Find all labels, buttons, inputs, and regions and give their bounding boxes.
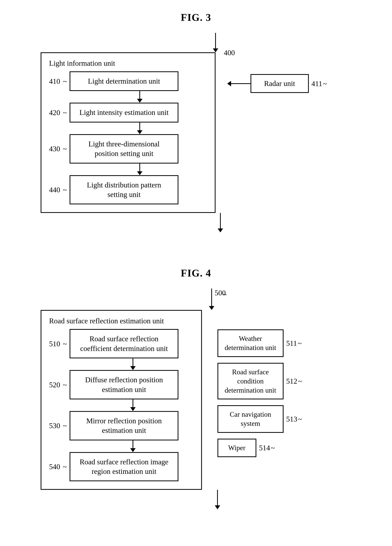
ref-440: 440 [49,186,60,194]
fig3-diagram: Light information unit 410 ~ Light deter… [41,33,352,232]
fig4-outer-box: Road surface reflection estimation unit … [41,310,202,490]
radar-box: Radar unit [251,74,309,93]
ref-514: 514 [259,443,270,452]
arrow-head-2 [137,130,142,134]
box-530: Mirror reflection position estimation un… [70,411,178,440]
ref-530: 530 [49,421,60,430]
fig4-title-container: FIG. 4 [16,267,376,279]
bottom-arrow-shaft-fig4 [217,490,218,505]
fig4-title: FIG. 4 [181,267,211,279]
arrow-shaft-4 [133,358,133,366]
box-440: Light distribution pattern setting unit [70,175,178,205]
ref-511: 511 [286,339,297,347]
ref-512: 512 [286,377,297,385]
fig3-title-container: FIG. 3 [16,12,376,23]
ref-400: 400 [224,48,235,57]
ref-520: 520 [49,381,60,389]
bottom-arrow-head-fig4 [215,505,220,509]
arrow-shaft-2 [139,123,140,130]
arrow-shaft-6 [133,440,133,448]
fig4-diagram: 500 ~ Road surface reflection estimation… [41,289,352,509]
arrow-head-5 [130,407,136,411]
fig4-outer-label: Road surface reflection estimation unit [49,317,193,325]
arrow-shaft-1 [139,91,140,99]
side-box-513: Car navigation system [218,405,283,433]
box-410: Light determination unit [70,71,178,91]
top-arrow-shaft-fig4 [211,289,212,306]
ref-420: 420 [49,108,60,117]
fig3-title: FIG. 3 [181,12,211,23]
box-430: Light three-dimensional position setting… [70,134,178,163]
box-420: Light intensity estimation unit [70,103,178,122]
arrow-shaft-radar [231,83,251,84]
side-box-511: Weather determination unit [218,329,283,357]
bottom-arrow-head-fig3 [218,228,223,232]
ref-513: 513 [286,415,297,423]
ref-410: 410 [49,77,60,85]
top-arrow-head [213,48,218,52]
arrow-shaft-3 [139,163,140,171]
side-box-514: Wiper [218,439,256,457]
ref-540: 540 [49,462,60,471]
ref-510: 510 [49,339,60,348]
arrow-head-3 [137,171,142,175]
box-540: Road surface reflection image region est… [70,452,178,481]
top-arrow-head-fig4 [209,306,214,310]
fig3-outer-label: Light information unit [49,59,207,67]
ref-411: 411 [312,79,322,88]
arrow-head-radar [227,81,231,86]
box-510: Road surface reflection coefficient dete… [70,329,178,358]
arrow-head-4 [130,366,136,370]
side-box-512: Road surface condition determination uni… [218,363,283,399]
arrow-shaft-5 [133,399,133,407]
fig-spacer [16,232,376,267]
fig3-outer-box: Light information unit 410 ~ Light deter… [41,52,216,213]
bottom-arrow-shaft-fig3 [220,213,221,228]
arrow-head-1 [137,99,142,103]
arrow-head-6 [130,448,136,452]
top-arrow-shaft [215,33,216,48]
ref-430: 430 [49,144,60,153]
box-520: Diffuse reflection position estimation u… [70,370,178,399]
